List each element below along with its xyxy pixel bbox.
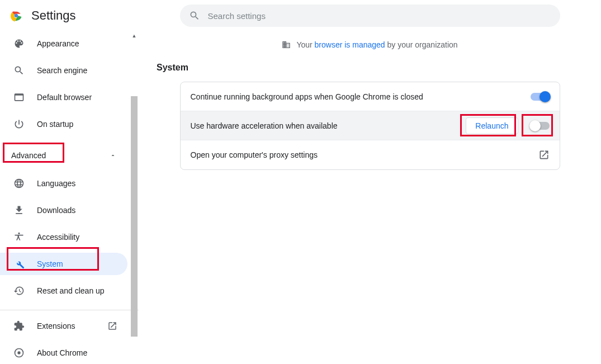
sidebar-item-label: On startup xyxy=(37,120,73,129)
sidebar-item-on-startup[interactable]: On startup xyxy=(0,113,127,135)
scrollbar-thumb[interactable] xyxy=(131,96,138,337)
sidebar-item-search-engine[interactable]: Search engine xyxy=(0,59,127,82)
chevron-up-icon xyxy=(110,152,116,159)
system-card: Continue running background apps when Go… xyxy=(180,82,560,170)
svg-point-4 xyxy=(17,351,20,354)
sidebar-item-downloads[interactable]: Downloads xyxy=(0,199,127,221)
row-label: Open your computer's proxy settings xyxy=(191,150,538,159)
sidebar-item-label: System xyxy=(37,259,63,268)
section-title: System xyxy=(157,63,537,73)
row-proxy-settings[interactable]: Open your computer's proxy settings xyxy=(181,140,560,169)
open-external-icon xyxy=(107,321,117,331)
sidebar-item-about-chrome[interactable]: About Chrome xyxy=(0,342,127,364)
sidebar-item-label: Search engine xyxy=(37,66,87,75)
main-content: Your browser is managed by your organiza… xyxy=(139,0,601,364)
advanced-label: Advanced xyxy=(11,151,46,160)
sidebar-item-system[interactable]: System xyxy=(0,253,127,275)
extension-icon xyxy=(13,320,25,332)
chrome-icon xyxy=(13,347,25,358)
sidebar-item-label: Languages xyxy=(37,179,75,188)
row-label: Use hardware acceleration when available xyxy=(191,121,466,130)
row-label: Continue running background apps when Go… xyxy=(191,92,531,101)
scrollbar[interactable]: ▲ xyxy=(130,31,139,364)
sidebar-nav: Appearance Search engine Default browser xyxy=(0,31,139,364)
sidebar: Settings Appearance Search engine xyxy=(0,0,139,364)
managed-notice: Your browser is managed by your organiza… xyxy=(282,40,457,49)
page-title: Settings xyxy=(31,8,76,23)
sidebar-item-default-browser[interactable]: Default browser xyxy=(0,86,127,108)
scroll-up-icon[interactable]: ▲ xyxy=(130,31,139,40)
sidebar-item-label: Extensions xyxy=(37,322,75,330)
sidebar-item-label: Downloads xyxy=(37,206,75,215)
search-icon xyxy=(189,10,200,21)
sidebar-item-accessibility[interactable]: Accessibility xyxy=(0,226,127,248)
accessibility-icon xyxy=(13,231,25,243)
search-input[interactable] xyxy=(208,11,551,21)
managed-text: Your browser is managed by your organiza… xyxy=(296,40,457,49)
open-external-icon xyxy=(538,149,550,160)
globe-icon xyxy=(13,178,25,189)
browser-icon xyxy=(13,92,25,103)
managed-link[interactable]: browser is managed xyxy=(315,40,385,49)
chrome-logo-icon xyxy=(10,10,22,22)
sidebar-item-languages[interactable]: Languages xyxy=(0,172,127,195)
sidebar-item-appearance[interactable]: Appearance xyxy=(0,32,127,55)
sidebar-divider xyxy=(0,310,139,310)
sidebar-item-reset[interactable]: Reset and clean up xyxy=(0,280,127,302)
toggle-background-apps[interactable] xyxy=(531,93,550,101)
palette-icon xyxy=(13,38,25,49)
sidebar-item-label: Appearance xyxy=(37,39,79,48)
row-hardware-acceleration: Use hardware acceleration when available… xyxy=(181,111,560,140)
download-icon xyxy=(13,205,25,216)
power-icon xyxy=(13,119,25,130)
sidebar-item-label: About Chrome xyxy=(37,348,87,357)
search-icon xyxy=(13,65,25,76)
sidebar-item-label: Reset and clean up xyxy=(37,286,105,295)
sidebar-item-label: Default browser xyxy=(37,93,92,102)
wrench-icon xyxy=(13,258,25,270)
sidebar-section-advanced[interactable]: Advanced xyxy=(0,144,127,167)
search-bar[interactable] xyxy=(180,4,560,27)
brand-row: Settings xyxy=(0,0,139,31)
restore-icon xyxy=(13,285,25,296)
row-background-apps: Continue running background apps when Go… xyxy=(181,82,560,111)
relaunch-button[interactable]: Relaunch xyxy=(466,117,518,134)
building-icon xyxy=(282,40,291,49)
sidebar-item-extensions[interactable]: Extensions xyxy=(0,315,127,337)
sidebar-item-label: Accessibility xyxy=(37,233,79,242)
toggle-hardware-acceleration[interactable] xyxy=(531,122,550,130)
